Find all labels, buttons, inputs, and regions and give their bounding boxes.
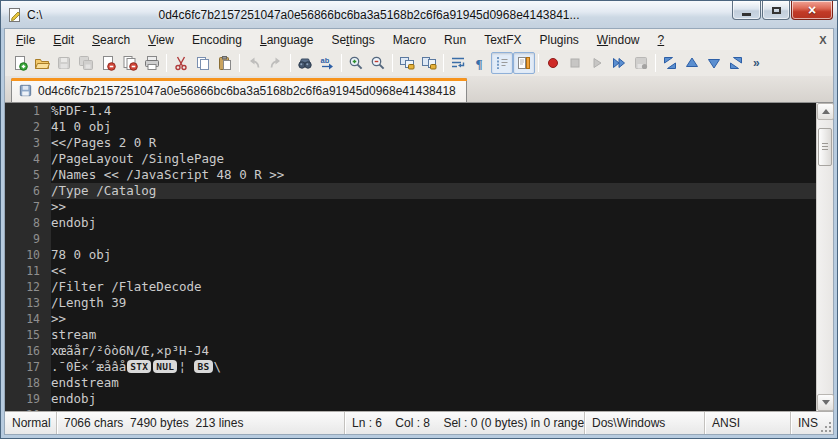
title-bar[interactable]: C:\ 0d4c6fc7b2157251047a0e56866bc6ba3a51… bbox=[1, 1, 837, 28]
open-file-button[interactable] bbox=[31, 52, 53, 74]
editor-line[interactable]: 11<< bbox=[5, 263, 816, 279]
zoom-out-button[interactable] bbox=[367, 52, 389, 74]
paste-icon bbox=[217, 55, 233, 71]
macro-save-icon bbox=[633, 55, 649, 71]
replace-button[interactable]: ab bbox=[316, 52, 338, 74]
close-file-button[interactable] bbox=[97, 52, 119, 74]
macro-record-icon bbox=[545, 55, 561, 71]
close-button[interactable]: × bbox=[791, 1, 833, 20]
find-button[interactable] bbox=[294, 52, 316, 74]
line-number: 18 bbox=[5, 376, 51, 390]
word-wrap-button[interactable] bbox=[447, 52, 469, 74]
editor-line[interactable]: 1078 0 obj bbox=[5, 247, 816, 263]
editor-line[interactable]: 9 bbox=[5, 231, 816, 247]
control-char-nul: NUL bbox=[153, 360, 177, 373]
menu-file[interactable]: File bbox=[7, 31, 44, 49]
editor-line[interactable]: 13/Length 39 bbox=[5, 295, 816, 311]
cut-button[interactable] bbox=[170, 52, 192, 74]
macro-stop-icon bbox=[567, 55, 583, 71]
show-indent-guide-button[interactable] bbox=[491, 52, 513, 74]
sync-horizontal-scroll-button[interactable] bbox=[418, 52, 440, 74]
close-all-button[interactable] bbox=[119, 52, 141, 74]
editor-line[interactable]: 16xœãår/²ôò6N/Œ,×p³H-J4 bbox=[5, 343, 816, 359]
zoom-in-icon bbox=[348, 55, 364, 71]
menu-edit[interactable]: Edit bbox=[44, 31, 83, 49]
show-all-characters-button[interactable]: ¶ bbox=[469, 52, 491, 74]
zoom-out-icon bbox=[370, 55, 386, 71]
toolbar-separator bbox=[239, 54, 240, 72]
macro-record-button[interactable] bbox=[542, 52, 564, 74]
menu-search[interactable]: Search bbox=[83, 31, 139, 49]
textfx-top-button[interactable] bbox=[659, 52, 681, 74]
menu-plugins[interactable]: Plugins bbox=[530, 31, 587, 49]
line-number: 2 bbox=[5, 120, 51, 134]
tab-active[interactable]: 0d4c6fc7b2157251047a0e56866bc6ba3a5168b2… bbox=[11, 78, 467, 102]
textfx-bottom-button[interactable] bbox=[725, 52, 747, 74]
status-doc-stats: 7066 chars 7490 bytes 213 lines bbox=[57, 412, 345, 434]
menu-run[interactable]: Run bbox=[435, 31, 475, 49]
toolbar: ab¶» bbox=[5, 50, 833, 76]
toolbar-overflow-button[interactable]: » bbox=[747, 52, 769, 74]
save-all-button bbox=[75, 52, 97, 74]
zoom-in-button[interactable] bbox=[345, 52, 367, 74]
editor-line[interactable]: 5/Names << /JavaScript 48 0 R >> bbox=[5, 167, 816, 183]
line-text: /Length 39 bbox=[51, 295, 816, 311]
editor-line[interactable]: 12/Filter /FlateDecode bbox=[5, 279, 816, 295]
undo-icon bbox=[246, 55, 262, 71]
vertical-scrollbar[interactable] bbox=[816, 103, 833, 411]
editor-line[interactable]: 7>> bbox=[5, 199, 816, 215]
editor-line[interactable]: 17.¯0È×´æåâåSTXNUL¦ BS\ bbox=[5, 359, 816, 375]
line-number: 9 bbox=[5, 232, 51, 246]
line-number: 17 bbox=[5, 360, 51, 374]
menu-view[interactable]: View bbox=[139, 31, 183, 49]
print-button[interactable] bbox=[141, 52, 163, 74]
editor-text-area[interactable]: 1%PDF-1.4241 0 obj3<</Pages 2 0 R4/PageL… bbox=[5, 103, 816, 411]
editor-line[interactable]: 19endobj bbox=[5, 391, 816, 407]
sync-vertical-scroll-icon bbox=[399, 55, 415, 71]
editor-line[interactable]: 14>> bbox=[5, 311, 816, 327]
menu-textfx[interactable]: TextFX bbox=[475, 31, 530, 49]
doc-map-icon bbox=[516, 55, 532, 71]
textfx-up-button[interactable] bbox=[681, 52, 703, 74]
line-text: /Type /Catalog bbox=[51, 183, 816, 199]
macro-run-multiple-button[interactable] bbox=[608, 52, 630, 74]
line-text: stream bbox=[51, 327, 816, 343]
paste-button[interactable] bbox=[214, 52, 236, 74]
menubar-close-button[interactable]: X bbox=[815, 33, 831, 47]
line-text: 78 0 obj bbox=[51, 247, 816, 263]
editor-line[interactable]: 15stream bbox=[5, 327, 816, 343]
editor-line[interactable]: 6/Type /Catalog bbox=[5, 183, 816, 199]
scroll-down-button[interactable] bbox=[817, 394, 834, 411]
editor[interactable]: 1%PDF-1.4241 0 obj3<</Pages 2 0 R4/PageL… bbox=[5, 103, 833, 411]
menu-help[interactable]: ? bbox=[649, 31, 674, 49]
scrollbar-thumb[interactable] bbox=[818, 128, 832, 166]
tab-label: 0d4c6fc7b2157251047a0e56866bc6ba3a5168b2… bbox=[38, 84, 456, 98]
minimize-button[interactable] bbox=[732, 1, 761, 20]
menu-encoding[interactable]: Encoding bbox=[183, 31, 251, 49]
textfx-down-button[interactable] bbox=[703, 52, 725, 74]
menu-macro[interactable]: Macro bbox=[384, 31, 435, 49]
new-file-button[interactable] bbox=[9, 52, 31, 74]
editor-line[interactable]: 241 0 obj bbox=[5, 119, 816, 135]
editor-line[interactable]: 4/PageLayout /SinglePage bbox=[5, 151, 816, 167]
doc-map-button[interactable] bbox=[513, 52, 535, 74]
scroll-up-button[interactable] bbox=[817, 103, 834, 120]
line-text: >> bbox=[51, 199, 816, 215]
app-icon bbox=[7, 7, 23, 23]
maximize-button[interactable] bbox=[762, 1, 790, 20]
editor-line[interactable]: 18endstream bbox=[5, 375, 816, 391]
menu-settings[interactable]: Settings bbox=[322, 31, 383, 49]
sync-vertical-scroll-button[interactable] bbox=[396, 52, 418, 74]
macro-play-icon bbox=[589, 55, 605, 71]
menu-window[interactable]: Window bbox=[588, 31, 649, 49]
find-icon bbox=[297, 55, 313, 71]
editor-line[interactable]: 8endobj bbox=[5, 215, 816, 231]
status-eol-format: Dos\Windows bbox=[585, 412, 705, 434]
editor-line[interactable]: 3<</Pages 2 0 R bbox=[5, 135, 816, 151]
line-number: 13 bbox=[5, 296, 51, 310]
resize-grip[interactable] bbox=[820, 421, 832, 433]
editor-line[interactable]: 1%PDF-1.4 bbox=[5, 103, 816, 119]
menu-language[interactable]: Language bbox=[251, 31, 322, 49]
copy-button[interactable] bbox=[192, 52, 214, 74]
line-number: 4 bbox=[5, 152, 51, 166]
